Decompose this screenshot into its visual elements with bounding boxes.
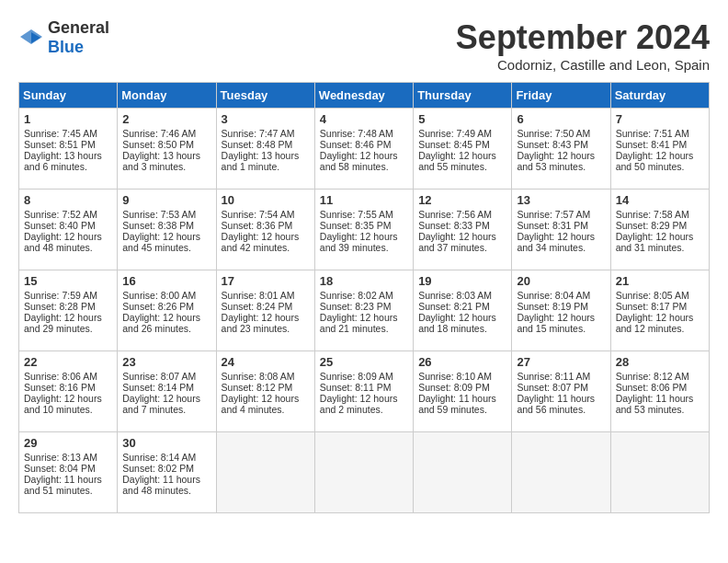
day-number: 26 [418, 355, 506, 369]
day-info: Daylight: 12 hours [320, 150, 408, 161]
day-info: Sunrise: 7:58 AM [616, 209, 704, 220]
day-cell: 7Sunrise: 7:51 AMSunset: 8:41 PMDaylight… [610, 109, 709, 190]
day-number: 14 [616, 193, 704, 207]
day-info: Sunset: 8:26 PM [122, 301, 210, 312]
day-cell: 30Sunrise: 8:14 AMSunset: 8:02 PMDayligh… [118, 432, 216, 513]
day-cell: 29Sunrise: 8:13 AMSunset: 8:04 PMDayligh… [19, 432, 118, 513]
day-number: 4 [320, 112, 408, 126]
day-info: Sunrise: 8:10 AM [418, 371, 506, 382]
day-cell: 15Sunrise: 7:59 AMSunset: 8:28 PMDayligh… [19, 270, 118, 351]
day-info: and 48 minutes. [24, 242, 112, 253]
day-info: and 21 minutes. [320, 323, 408, 334]
day-number: 5 [418, 112, 506, 126]
day-info: Sunrise: 7:52 AM [24, 209, 112, 220]
day-cell: 18Sunrise: 8:02 AMSunset: 8:23 PMDayligh… [314, 270, 413, 351]
day-info: Sunset: 8:06 PM [616, 382, 704, 393]
day-info: and 6 minutes. [24, 161, 112, 172]
day-info: Sunset: 8:50 PM [122, 139, 210, 150]
day-info: Sunset: 8:07 PM [517, 382, 605, 393]
day-number: 20 [517, 274, 605, 288]
day-info: Sunrise: 8:14 AM [122, 452, 210, 463]
day-info: and 55 minutes. [418, 161, 506, 172]
day-info: and 45 minutes. [122, 242, 210, 253]
header-row: SundayMondayTuesdayWednesdayThursdayFrid… [19, 83, 710, 109]
day-info: Sunset: 8:36 PM [222, 220, 310, 231]
day-info: Sunrise: 8:05 AM [616, 290, 704, 301]
day-info: Sunrise: 7:48 AM [320, 128, 408, 139]
day-number: 25 [320, 355, 408, 369]
day-info: Sunrise: 7:47 AM [222, 128, 310, 139]
day-cell [314, 432, 413, 513]
day-cell [610, 432, 709, 513]
day-info: Sunrise: 7:51 AM [616, 128, 704, 139]
day-cell: 10Sunrise: 7:54 AMSunset: 8:36 PMDayligh… [216, 190, 314, 270]
day-cell: 11Sunrise: 7:55 AMSunset: 8:35 PMDayligh… [314, 190, 413, 270]
day-number: 19 [418, 274, 506, 288]
day-info: and 58 minutes. [320, 161, 408, 172]
day-info: Daylight: 12 hours [418, 312, 506, 323]
logo-icon [18, 28, 44, 48]
day-info: Daylight: 12 hours [320, 312, 408, 323]
day-info: and 26 minutes. [122, 323, 210, 334]
day-info: and 31 minutes. [616, 242, 704, 253]
day-info: and 1 minute. [222, 161, 310, 172]
day-info: Sunset: 8:51 PM [24, 139, 112, 150]
day-info: Sunrise: 7:56 AM [418, 209, 506, 220]
col-header-wednesday: Wednesday [314, 83, 413, 109]
day-info: Daylight: 12 hours [616, 231, 704, 242]
day-info: and 37 minutes. [418, 242, 506, 253]
day-cell: 20Sunrise: 8:04 AMSunset: 8:19 PMDayligh… [512, 270, 610, 351]
day-info: Sunset: 8:11 PM [320, 382, 408, 393]
day-info: Sunset: 8:38 PM [122, 220, 210, 231]
day-info: Sunrise: 8:07 AM [122, 371, 210, 382]
location: Codorniz, Castille and Leon, Spain [456, 57, 710, 73]
col-header-saturday: Saturday [610, 83, 709, 109]
day-info: Sunset: 8:23 PM [320, 301, 408, 312]
day-number: 29 [24, 436, 112, 450]
day-cell: 13Sunrise: 7:57 AMSunset: 8:31 PMDayligh… [512, 190, 610, 270]
day-info: Sunset: 8:35 PM [320, 220, 408, 231]
day-info: and 3 minutes. [122, 161, 210, 172]
day-info: Sunset: 8:19 PM [517, 301, 605, 312]
day-info: Daylight: 12 hours [24, 312, 112, 323]
day-cell: 24Sunrise: 8:08 AMSunset: 8:12 PMDayligh… [216, 351, 314, 432]
day-info: Sunset: 8:43 PM [517, 139, 605, 150]
day-info: Daylight: 12 hours [122, 393, 210, 404]
day-cell: 1Sunrise: 7:45 AMSunset: 8:51 PMDaylight… [19, 109, 118, 190]
day-info: Daylight: 12 hours [222, 231, 310, 242]
page-header: General Blue September 2024 Codorniz, Ca… [18, 18, 710, 73]
day-info: and 48 minutes. [122, 485, 210, 496]
day-info: and 59 minutes. [418, 404, 506, 415]
day-info: and 56 minutes. [517, 404, 605, 415]
day-cell: 3Sunrise: 7:47 AMSunset: 8:48 PMDaylight… [216, 109, 314, 190]
day-number: 9 [122, 193, 210, 207]
day-cell: 27Sunrise: 8:11 AMSunset: 8:07 PMDayligh… [512, 351, 610, 432]
day-info: Sunrise: 7:54 AM [222, 209, 310, 220]
day-cell: 22Sunrise: 8:06 AMSunset: 8:16 PMDayligh… [19, 351, 118, 432]
calendar-table: SundayMondayTuesdayWednesdayThursdayFrid… [18, 82, 710, 513]
day-number: 15 [24, 274, 112, 288]
day-info: Daylight: 13 hours [24, 150, 112, 161]
day-cell: 8Sunrise: 7:52 AMSunset: 8:40 PMDaylight… [19, 190, 118, 270]
day-info: and 34 minutes. [517, 242, 605, 253]
day-info: Daylight: 12 hours [616, 312, 704, 323]
day-info: Sunrise: 7:46 AM [122, 128, 210, 139]
day-info: Sunrise: 8:00 AM [122, 290, 210, 301]
col-header-sunday: Sunday [19, 83, 118, 109]
day-info: Sunset: 8:17 PM [616, 301, 704, 312]
day-info: Daylight: 11 hours [24, 474, 112, 485]
day-info: Sunrise: 8:09 AM [320, 371, 408, 382]
day-cell: 17Sunrise: 8:01 AMSunset: 8:24 PMDayligh… [216, 270, 314, 351]
day-info: and 29 minutes. [24, 323, 112, 334]
day-info: Daylight: 12 hours [222, 312, 310, 323]
month-title: September 2024 [456, 18, 710, 57]
day-info: Sunset: 8:33 PM [418, 220, 506, 231]
day-info: and 4 minutes. [222, 404, 310, 415]
day-number: 27 [517, 355, 605, 369]
day-info: and 23 minutes. [222, 323, 310, 334]
day-info: Sunset: 8:12 PM [222, 382, 310, 393]
day-info: and 51 minutes. [24, 485, 112, 496]
day-cell: 19Sunrise: 8:03 AMSunset: 8:21 PMDayligh… [414, 270, 512, 351]
day-info: Daylight: 12 hours [24, 231, 112, 242]
day-info: and 53 minutes. [616, 404, 704, 415]
